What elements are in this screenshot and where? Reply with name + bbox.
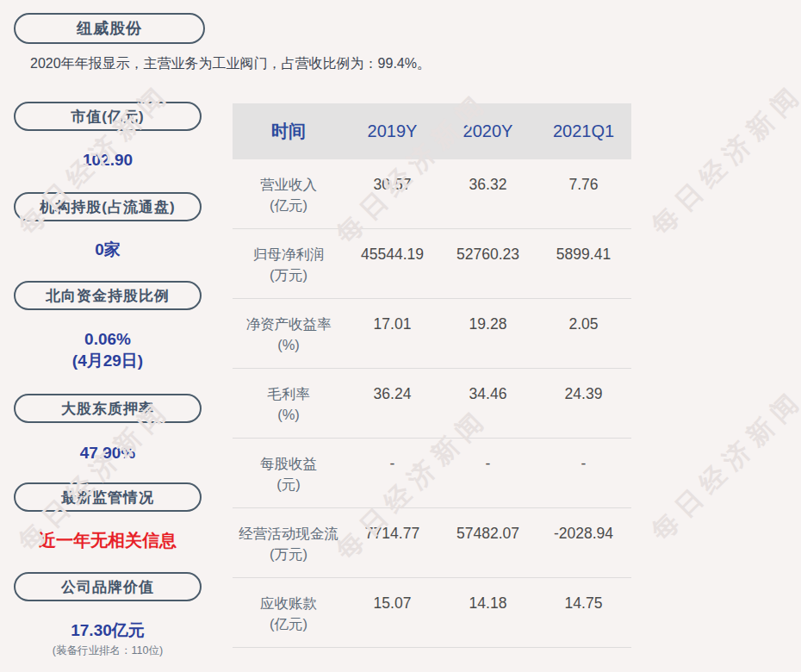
table-cell: 19.28 xyxy=(440,299,536,334)
table-row-accounts-receivable: 应收账款 (亿元) 15.07 14.18 14.75 xyxy=(233,578,631,648)
metric-label: 应收账款 (亿元) xyxy=(233,578,345,634)
brand-value-amount: 17.30亿元 xyxy=(14,619,202,641)
table-cell: 2.05 xyxy=(536,299,631,334)
brand-value-label: 公司品牌价值 xyxy=(61,577,154,597)
table-cell: 15.07 xyxy=(345,578,440,613)
institutional-holding-value: 0家 xyxy=(14,239,202,260)
table-cell: -2028.94 xyxy=(536,508,631,544)
table-cell: - xyxy=(440,439,536,474)
brand-value-pill: 公司品牌价值 xyxy=(14,572,202,601)
table-row-roe: 净资产收益率 (%) 17.01 19.28 2.05 xyxy=(233,299,631,369)
table-cell: - xyxy=(536,439,631,474)
metric-label: 营业收入 (亿元) xyxy=(233,159,345,215)
northbound-holding-pill: 北向资金持股比例 xyxy=(14,281,202,310)
table-cell: 30.57 xyxy=(345,159,440,195)
table-cell: 14.75 xyxy=(536,578,631,613)
metric-label: 归母净利润 (万元) xyxy=(233,229,345,285)
table-cell: 36.32 xyxy=(440,159,536,195)
watermark: 每日经济新闻 xyxy=(644,382,801,549)
table-cell: - xyxy=(345,439,440,474)
institutional-holding-label: 机构持股(占流通盘) xyxy=(40,197,175,217)
table-row-net-profit: 归母净利润 (万元) 45544.19 52760.23 5899.41 xyxy=(233,229,631,299)
regulatory-status-label: 最新监管情况 xyxy=(61,488,154,507)
company-description: 2020年年报显示，主营业务为工业阀门，占营收比例为：99.4%。 xyxy=(30,55,547,73)
metric-label: 毛利率 (%) xyxy=(233,369,345,425)
table-cell: 14.18 xyxy=(440,578,536,613)
stock-info-card: 每日经济新闻 每日经济新闻 每日经济新闻 每日经济新闻 每日经济新闻 每日经济新… xyxy=(0,0,801,672)
table-cell: 34.46 xyxy=(440,369,536,404)
table-cell: 36.24 xyxy=(345,369,440,404)
table-cell: 52760.23 xyxy=(440,229,536,264)
market-cap-pill: 市值(亿元) xyxy=(14,102,202,131)
metric-label: 净资产收益率 (%) xyxy=(233,299,345,355)
table-cell: 5899.41 xyxy=(536,229,631,264)
watermark: 每日经济新闻 xyxy=(644,76,801,243)
column-header-2020y: 2020Y xyxy=(440,121,536,141)
company-name: 纽威股份 xyxy=(77,18,142,39)
column-header-time: 时间 xyxy=(233,120,345,143)
regulatory-status-value: 近一年无相关信息 xyxy=(14,530,202,551)
table-cell: 45544.19 xyxy=(345,229,440,264)
table-row-eps: 每股收益 (元) - - - xyxy=(233,439,631,508)
regulatory-status-pill: 最新监管情况 xyxy=(14,482,202,512)
northbound-holding-value: 0.06% (4月29日) xyxy=(14,328,202,371)
table-cell: 57482.07 xyxy=(440,508,536,544)
brand-value-rank-note: (装备行业排名：110位) xyxy=(0,644,215,658)
pledge-ratio-value: 47.90% xyxy=(14,442,202,464)
market-cap-value: 102.90 xyxy=(14,149,202,171)
column-header-2021q1: 2021Q1 xyxy=(536,121,631,141)
metric-label: 经营活动现金流 (万元) xyxy=(233,508,345,564)
table-cell: 24.39 xyxy=(536,369,631,404)
company-name-pill: 纽威股份 xyxy=(14,13,205,44)
institutional-holding-pill: 机构持股(占流通盘) xyxy=(14,192,202,221)
pledge-ratio-pill: 大股东质押率 xyxy=(14,394,202,423)
table-row-gross-margin: 毛利率 (%) 36.24 34.46 24.39 xyxy=(233,369,631,439)
pledge-ratio-label: 大股东质押率 xyxy=(61,399,154,419)
table-row-revenue: 营业收入 (亿元) 30.57 36.32 7.76 xyxy=(233,159,631,229)
northbound-holding-date: (4月29日) xyxy=(14,350,202,371)
table-header-row: 时间 2019Y 2020Y 2021Q1 xyxy=(233,103,631,159)
financials-table: 时间 2019Y 2020Y 2021Q1 营业收入 (亿元) 30.57 36… xyxy=(233,103,631,648)
metric-label: 每股收益 (元) xyxy=(233,439,345,495)
northbound-holding-label: 北向资金持股比例 xyxy=(46,286,170,306)
market-cap-label: 市值(亿元) xyxy=(71,107,144,127)
northbound-holding-percent: 0.06% xyxy=(14,328,202,350)
column-header-2019y: 2019Y xyxy=(345,121,440,141)
table-cell: 7.76 xyxy=(536,159,631,195)
table-cell: 7714.77 xyxy=(345,508,440,544)
table-row-operating-cashflow: 经营活动现金流 (万元) 7714.77 57482.07 -2028.94 xyxy=(233,508,631,578)
table-cell: 17.01 xyxy=(345,299,440,334)
